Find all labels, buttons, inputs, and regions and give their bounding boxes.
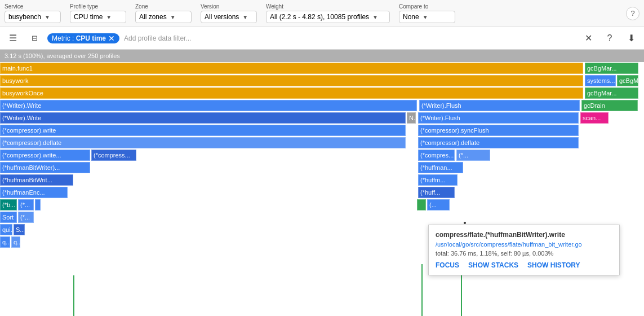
metric-chip-close-icon[interactable]: ✕ <box>108 34 115 42</box>
flame-block[interactable]: (*Writer).Write <box>0 112 406 124</box>
flame-row-4: (*Writer).Write (*Writer).Flush gcDrain <box>0 99 644 112</box>
filter-button[interactable]: ⊟ <box>26 30 43 47</box>
flame-row-10: (*huffmanBitWrit... (*huffm... <box>0 174 644 186</box>
flame-block[interactable]: (... <box>427 199 450 210</box>
compare-label: Compare to <box>399 3 455 10</box>
flame-row-12: (*b... (*... (... <box>0 199 644 211</box>
flame-block[interactable]: (*compressor).syncFlush <box>418 125 579 136</box>
flame-block[interactable]: (*compressor).deflate <box>0 137 406 148</box>
profile-type-label: Profile type <box>70 3 126 10</box>
flame-block[interactable]: (*huffman... <box>418 162 463 173</box>
flamegraph-container: 3.12 s (100%), averaged over 250 profile… <box>0 50 644 316</box>
help-inline-button[interactable]: ? <box>601 30 618 47</box>
tooltip-focus-button[interactable]: FOCUS <box>436 261 459 269</box>
tooltip-show-stacks-button[interactable]: SHOW STACKS <box>468 261 518 269</box>
flame-block[interactable]: busywork <box>0 75 583 86</box>
flame-block[interactable]: q... <box>11 236 20 248</box>
flame-block[interactable]: gcDrain <box>581 100 638 111</box>
green-line-1 <box>73 275 74 316</box>
flame-row-11: (*huffmanEnc... (*huff... <box>0 186 644 199</box>
flame-block[interactable]: systems... <box>585 75 616 86</box>
flame-block[interactable]: q... <box>0 236 10 248</box>
flame-block[interactable]: (*compressor).deflate <box>418 137 579 148</box>
green-line-2 <box>421 264 423 316</box>
service-value: busybench <box>8 13 41 21</box>
flame-block[interactable]: (*huffmanEnc... <box>0 187 68 198</box>
flame-block[interactable]: S... <box>14 224 25 235</box>
flame-block[interactable]: (*... <box>18 212 34 223</box>
download-button[interactable]: ⬇ <box>623 30 639 47</box>
flame-row-5: (*Writer).Write N... (*Writer).Flush sca… <box>0 112 644 124</box>
tooltip: compress/flate.(*huffmanBitWriter).write… <box>428 225 620 275</box>
metric-chip-label: Metric : CPU time <box>52 34 106 42</box>
top-toolbar: Service busybench ▼ Profile type CPU tim… <box>0 0 644 27</box>
version-arrow-icon: ▼ <box>242 14 248 20</box>
service-dropdown[interactable]: busybench ▼ <box>5 11 61 23</box>
zone-arrow-icon: ▼ <box>170 14 176 20</box>
weight-dropdown-group: Weight All (2.2 s - 4.82 s), 10085 profi… <box>266 3 390 23</box>
version-dropdown-group: Version All versions ▼ <box>201 3 257 23</box>
flame-block[interactable]: gcBgMar... <box>585 63 638 74</box>
profile-type-value: CPU time <box>74 13 103 21</box>
flame-block[interactable]: gcBgMar... <box>617 75 638 86</box>
zone-label: Zone <box>135 3 192 10</box>
service-arrow-icon: ▼ <box>45 14 50 20</box>
weight-arrow-icon: ▼ <box>372 14 378 20</box>
flame-block[interactable]: (*huffmanBitWriter)... <box>0 162 90 173</box>
flame-block[interactable]: (*... <box>18 199 34 210</box>
tooltip-stats: total: 36.76 ms, 1.18%, self: 80 µs, 0.0… <box>436 250 612 257</box>
flame-block[interactable]: qui... <box>0 224 12 235</box>
profile-type-dropdown-group: Profile type CPU time ▼ <box>70 3 126 23</box>
close-button[interactable]: ✕ <box>580 30 597 47</box>
stats-summary: 3.12 s (100%), averaged over 250 profile… <box>5 52 120 59</box>
flame-block[interactable]: (*huff... <box>418 187 455 198</box>
list-view-button[interactable]: ☰ <box>5 30 21 47</box>
flame-row-1: main.func1 gcBgMar... <box>0 62 644 74</box>
flame-block[interactable]: (*... <box>456 150 490 161</box>
filter-placeholder[interactable]: Add profile data filter... <box>124 34 575 42</box>
zone-value: All zones <box>139 13 167 21</box>
zone-dropdown[interactable]: All zones ▼ <box>135 11 192 23</box>
flame-row-9: (*huffmanBitWriter)... (*huffman... <box>0 161 644 174</box>
flame-block[interactable]: (*compressor).write <box>0 125 406 136</box>
flame-block[interactable]: (*b... <box>0 199 17 210</box>
profile-type-dropdown[interactable]: CPU time ▼ <box>70 11 126 23</box>
flame-block[interactable]: (*Writer).Write <box>0 100 417 111</box>
version-label: Version <box>201 3 257 10</box>
flame-block[interactable]: (*compress... <box>91 150 136 161</box>
metric-chip[interactable]: Metric : CPU time ✕ <box>47 33 119 43</box>
flame-row-6: (*compressor).write (*compressor).syncFl… <box>0 124 644 137</box>
flame-block[interactable]: main.func1 <box>0 63 583 74</box>
second-toolbar: ☰ ⊟ Metric : CPU time ✕ Add profile data… <box>0 27 644 50</box>
help-button[interactable]: ? <box>626 7 639 20</box>
flame-block[interactable]: scan... <box>580 112 609 124</box>
tooltip-path: /usr/local/go/src/compress/flate/huffman… <box>436 241 612 248</box>
flame-row-13: Sort (*... <box>0 211 644 223</box>
weight-dropdown[interactable]: All (2.2 s - 4.82 s), 10085 profiles ▼ <box>266 11 390 23</box>
compare-value: None <box>403 13 419 21</box>
flame-block[interactable]: (*compressor).write... <box>0 150 90 161</box>
flame-row-3: busyworkOnce gcBgMar... <box>0 87 644 99</box>
flame-block[interactable]: (*Writer).Flush <box>419 100 580 111</box>
tooltip-show-history-button[interactable]: SHOW HISTORY <box>527 261 580 269</box>
weight-value: All (2.2 s - 4.82 s), 10085 profiles <box>270 13 369 21</box>
zone-dropdown-group: Zone All zones ▼ <box>135 3 192 23</box>
flame-block[interactable] <box>35 199 41 210</box>
flame-block[interactable]: gcBgMar... <box>585 87 638 99</box>
version-dropdown[interactable]: All versions ▼ <box>201 11 257 23</box>
tooltip-title: compress/flate.(*huffmanBitWriter).write <box>436 231 612 239</box>
flame-block[interactable]: (*compres... <box>418 150 455 161</box>
stats-bar: 3.12 s (100%), averaged over 250 profile… <box>0 50 644 62</box>
profile-type-arrow-icon: ▼ <box>106 14 112 20</box>
flame-block[interactable]: Sort <box>0 212 17 223</box>
flame-block[interactable] <box>417 199 426 210</box>
flame-block[interactable]: (*huffm... <box>418 174 458 186</box>
service-label: Service <box>5 3 61 10</box>
compare-dropdown[interactable]: None ▼ <box>399 11 455 23</box>
flame-block[interactable]: (*Writer).Flush <box>418 112 579 124</box>
flame-row-2: busywork systems... gcBgMar... <box>0 74 644 87</box>
flame-block[interactable]: busyworkOnce <box>0 87 583 99</box>
version-value: All versions <box>205 13 239 21</box>
flame-block[interactable]: (*huffmanBitWrit... <box>0 174 73 186</box>
flame-block[interactable]: N... <box>407 112 416 124</box>
